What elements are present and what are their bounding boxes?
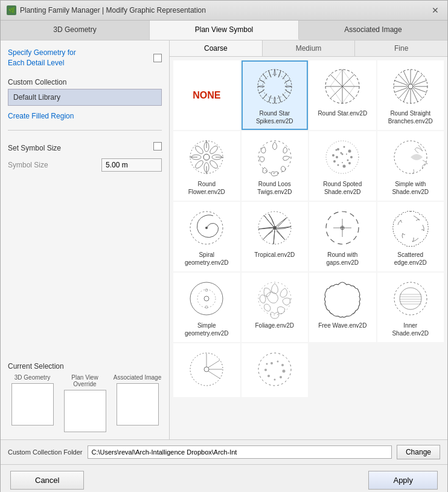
tab-plan-view-symbol[interactable]: Plan View Symbol <box>150 21 299 40</box>
svg-line-23 <box>414 88 427 92</box>
geometry-checkbox[interactable] <box>153 54 162 62</box>
svg-line-9 <box>330 86 342 103</box>
selection-box-image <box>117 383 159 426</box>
selection-col-3d-label: 3D Geometry <box>14 374 50 381</box>
symbol-svg-round-flower <box>185 136 228 178</box>
separator: | <box>100 6 106 15</box>
symbol-spiral[interactable]: Spiralgeometry.env2D <box>173 202 240 271</box>
change-button[interactable]: Change <box>397 445 440 459</box>
svg-line-27 <box>394 80 408 85</box>
dialog-title: Modify Graphic Representation <box>106 6 206 15</box>
current-selection-title: Current Selection <box>8 362 162 371</box>
symbol-label-tropical: Tropical.env2D <box>254 251 295 259</box>
symbol-label-round-star-spikes: Round StarSpikes.env2D <box>256 109 293 125</box>
tab-associated-image[interactable]: Associated Image <box>299 21 447 40</box>
svg-line-10 <box>330 70 342 86</box>
symbol-round-spoted[interactable]: Round SpotedShade.env2D <box>309 131 376 201</box>
selection-col-plan: Plan View Override <box>60 374 109 432</box>
symbol-simple-geometry[interactable]: Simplegeometry.env2D <box>173 273 240 342</box>
left-panel: Specify Geometry forEach Detail Level Cu… <box>1 40 170 439</box>
app-icon: 🌿 <box>7 5 16 15</box>
default-library-item[interactable]: Default Library <box>8 89 162 106</box>
symbol-label-round-loos: Round LoosTwigs.env2D <box>257 180 292 196</box>
svg-line-89 <box>208 371 220 378</box>
symbol-label-round-gaps: Round withgaps.env2D <box>327 251 359 267</box>
svg-line-21 <box>412 71 418 84</box>
svg-line-22 <box>414 80 427 85</box>
svg-point-76 <box>258 282 291 315</box>
svg-point-77 <box>394 282 427 315</box>
symbol-round-flower[interactable]: RoundFlower.env2D <box>173 131 240 201</box>
symbol-label-round-straight: Round StraightBranches.env2D <box>388 109 433 125</box>
symbol-grid-container[interactable]: NONE <box>170 57 447 439</box>
sub-tab-coarse[interactable]: Coarse <box>170 40 263 56</box>
symbol-round-gaps[interactable]: + Round withgaps.env2D <box>309 202 376 271</box>
symbol-round-star-spikes[interactable]: Round StarSpikes.env2D <box>242 60 309 130</box>
selection-box-plan <box>64 390 106 432</box>
svg-point-72 <box>197 290 216 308</box>
symbol-round-straight[interactable]: Round StraightBranches.env2D <box>377 60 444 130</box>
symbol-none[interactable]: NONE <box>173 60 240 130</box>
selection-col-3d: 3D Geometry <box>8 374 57 432</box>
symbol-svg-tropical <box>254 207 296 249</box>
symbol-round-loos[interactable]: Round LoosTwigs.env2D <box>242 131 309 201</box>
sub-tab-fine[interactable]: Fine <box>355 40 447 56</box>
svg-point-45 <box>337 148 339 151</box>
create-filled-region-section: Create Filled Region <box>8 112 162 120</box>
svg-point-34 <box>209 160 219 170</box>
svg-text:+: + <box>341 224 345 232</box>
folder-label: Custom Collection Folder <box>8 448 83 456</box>
symbol-partial2[interactable] <box>242 343 309 397</box>
apply-button[interactable]: Apply <box>368 471 438 490</box>
svg-line-8 <box>342 86 354 103</box>
svg-point-12 <box>408 84 413 89</box>
symbol-label-spiral: Spiralgeometry.env2D <box>185 251 229 267</box>
symbol-label-inner-shade: InnerShade.env2D <box>392 322 429 337</box>
none-label: NONE <box>193 74 220 117</box>
svg-point-71 <box>190 282 223 315</box>
symbol-label-round-flower: RoundFlower.env2D <box>188 180 225 196</box>
bottom-bar: Custom Collection Folder Change <box>1 439 447 464</box>
symbol-label-scattered-edge: Scatterededge.env2D <box>394 251 427 267</box>
selection-col-image: Associated Image <box>113 374 162 432</box>
tab-3d-geometry[interactable]: 3D Geometry <box>1 21 150 40</box>
title-text: Planting Family Manager | Modify Graphic… <box>20 6 206 15</box>
set-symbol-size-row: Set Symbol Size <box>8 140 162 152</box>
symbol-scattered-edge[interactable]: Scatterededge.env2D <box>377 202 444 271</box>
symbol-tropical[interactable]: Tropical.env2D <box>242 202 309 271</box>
svg-point-75 <box>205 306 208 308</box>
selection-boxes: 3D Geometry Plan View Override Associate… <box>8 374 162 432</box>
symbol-svg-simple-geometry <box>185 277 228 320</box>
sub-tab-medium[interactable]: Medium <box>263 40 356 56</box>
svg-line-87 <box>208 360 220 367</box>
symbol-svg-round-straight <box>389 65 432 108</box>
folder-path-input[interactable] <box>88 445 392 459</box>
svg-point-85 <box>204 367 209 372</box>
symbol-label-round-star: Round Star.env2D <box>318 109 367 117</box>
symbol-size-input[interactable] <box>101 158 162 172</box>
set-symbol-size-checkbox[interactable] <box>153 142 162 151</box>
svg-point-78 <box>400 288 421 309</box>
symbol-inner-shade[interactable]: InnerShade.env2D <box>377 273 444 342</box>
symbol-free-wave[interactable]: Free Wave.env2D <box>309 273 376 342</box>
close-button[interactable]: ✕ <box>429 4 441 16</box>
symbol-round-star[interactable]: Round Star.env2D <box>309 60 376 130</box>
symbol-size-row: Symbol Size <box>8 158 162 172</box>
custom-collection-section: Custom Collection Default Library <box>8 74 162 106</box>
symbol-foliage[interactable]: Foliage.env2D <box>242 273 309 342</box>
symbol-simple-shade[interactable]: Simple withShade.env2D <box>377 131 444 201</box>
symbol-svg-inner-shade <box>389 277 432 320</box>
create-filled-region-link[interactable]: Create Filled Region <box>8 112 74 120</box>
svg-point-94 <box>282 370 285 373</box>
symbol-partial1[interactable] <box>173 343 240 397</box>
svg-point-50 <box>343 165 346 168</box>
svg-point-52 <box>333 160 336 163</box>
app-name: Planting Family Manager <box>20 6 100 15</box>
symbol-svg-round-gaps: + <box>321 207 363 249</box>
symbol-svg-round-star-spikes <box>254 65 296 108</box>
svg-point-95 <box>280 376 282 378</box>
cancel-button[interactable]: Cancel <box>10 471 84 490</box>
symbol-svg-free-wave <box>321 277 363 320</box>
svg-point-57 <box>347 160 349 161</box>
main-tabs: 3D Geometry Plan View Symbol Associated … <box>1 21 447 40</box>
